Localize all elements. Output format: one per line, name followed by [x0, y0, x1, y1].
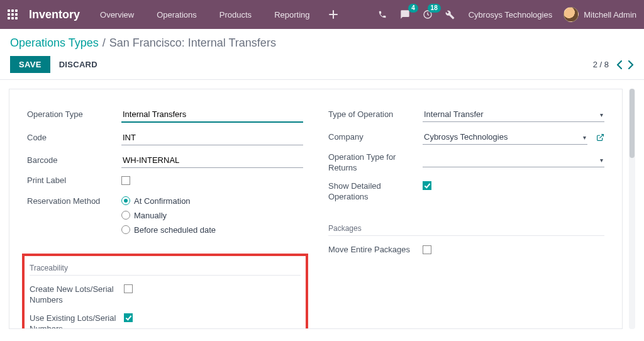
activities-badge: 18: [428, 4, 441, 13]
create-lots-label: Create New Lots/Serial Numbers: [30, 284, 124, 306]
radio-label: Manually: [134, 211, 167, 220]
company-switcher[interactable]: Cybrosys Technologies: [466, 10, 555, 20]
control-bar: Operations Types / San Francisco: Intern…: [0, 29, 644, 80]
app-title[interactable]: Inventory: [29, 8, 80, 21]
show-detailed-checkbox[interactable]: [423, 181, 431, 190]
left-group: Operation Type Code Barcode: [27, 103, 303, 329]
barcode-input[interactable]: [121, 153, 303, 168]
company-label: Company: [328, 132, 423, 143]
menu-products[interactable]: Products: [213, 6, 258, 23]
reservation-radio-before-scheduled[interactable]: Before scheduled date: [121, 223, 303, 237]
show-detailed-label: Show Detailed Operations: [328, 181, 423, 203]
reservation-radio-at-confirmation[interactable]: At Confirmation: [121, 194, 303, 208]
type-of-operation-label: Type of Operation: [328, 109, 423, 120]
right-group: Type of Operation ▾ Company ▾: [328, 103, 604, 329]
menu-operations[interactable]: Operations: [150, 6, 203, 23]
messages-icon[interactable]: 4: [398, 8, 412, 21]
code-input[interactable]: [121, 130, 303, 145]
menu-reporting[interactable]: Reporting: [268, 6, 316, 23]
operation-type-input[interactable]: [121, 107, 303, 123]
toolbar: SAVE DISCARD 2 / 8: [10, 56, 634, 73]
move-entire-packages-checkbox[interactable]: [423, 245, 431, 254]
tools-icon[interactable]: [443, 8, 457, 21]
user-menu[interactable]: Mitchell Admin: [564, 7, 636, 22]
phone-icon[interactable]: [375, 8, 389, 21]
breadcrumb-sep: /: [103, 36, 106, 50]
pager: 2 / 8: [593, 60, 634, 69]
returns-select[interactable]: [423, 152, 604, 167]
activities-icon[interactable]: 18: [421, 8, 435, 21]
messages-badge: 4: [408, 4, 418, 13]
pager-text[interactable]: 2 / 8: [593, 60, 609, 69]
company-select[interactable]: [423, 130, 587, 145]
reservation-method-label: Reservation Method: [27, 194, 121, 207]
form-wrap: Operation Type Code Barcode: [0, 80, 644, 338]
barcode-label: Barcode: [27, 155, 121, 166]
print-label-checkbox[interactable]: [121, 176, 130, 185]
traceability-header: Traceability: [30, 264, 301, 276]
pager-prev[interactable]: [616, 60, 622, 69]
pager-next[interactable]: [628, 60, 634, 69]
user-name: Mitchell Admin: [584, 10, 636, 20]
breadcrumb-root[interactable]: Operations Types: [10, 36, 99, 50]
radio-label: At Confirmation: [134, 196, 191, 206]
traceability-highlight: Traceability Create New Lots/Serial Numb…: [22, 254, 308, 329]
create-lots-checkbox[interactable]: [124, 284, 133, 293]
breadcrumb: Operations Types / San Francisco: Intern…: [10, 36, 634, 50]
avatar: [564, 7, 579, 22]
code-label: Code: [27, 133, 121, 143]
form-sheet: Operation Type Code Barcode: [9, 89, 623, 329]
plus-icon[interactable]: [326, 8, 340, 21]
radio-icon: [121, 225, 130, 234]
navbar: Inventory Overview Operations Products R…: [0, 0, 644, 29]
scrollbar-thumb[interactable]: [630, 89, 635, 158]
use-existing-lots-checkbox[interactable]: [124, 313, 133, 322]
vertical-scrollbar[interactable]: [629, 89, 635, 329]
reservation-radio-manually[interactable]: Manually: [121, 208, 303, 223]
operation-type-label: Operation Type: [27, 109, 121, 120]
external-link-icon[interactable]: [596, 133, 604, 142]
nav-right: 4 18 Cybrosys Technologies Mitchell Admi…: [375, 7, 640, 22]
menu-overview[interactable]: Overview: [94, 6, 140, 23]
type-of-operation-select[interactable]: [423, 107, 604, 122]
radio-icon: [121, 211, 130, 220]
radio-label: Before scheduled date: [134, 225, 216, 235]
discard-button[interactable]: DISCARD: [59, 60, 97, 69]
packages-header: Packages: [328, 224, 604, 236]
use-existing-lots-label: Use Existing Lots/Serial Numbers: [30, 313, 124, 329]
save-button[interactable]: SAVE: [10, 56, 50, 73]
radio-icon: [121, 196, 130, 205]
apps-icon[interactable]: [8, 9, 19, 20]
move-entire-packages-label: Move Entire Packages: [328, 245, 423, 255]
breadcrumb-current: San Francisco: Internal Transfers: [109, 36, 276, 50]
returns-label: Operation Type for Returns: [328, 152, 423, 174]
print-label-label: Print Label: [27, 176, 121, 186]
nav-left: Inventory Overview Operations Products R…: [8, 6, 340, 23]
